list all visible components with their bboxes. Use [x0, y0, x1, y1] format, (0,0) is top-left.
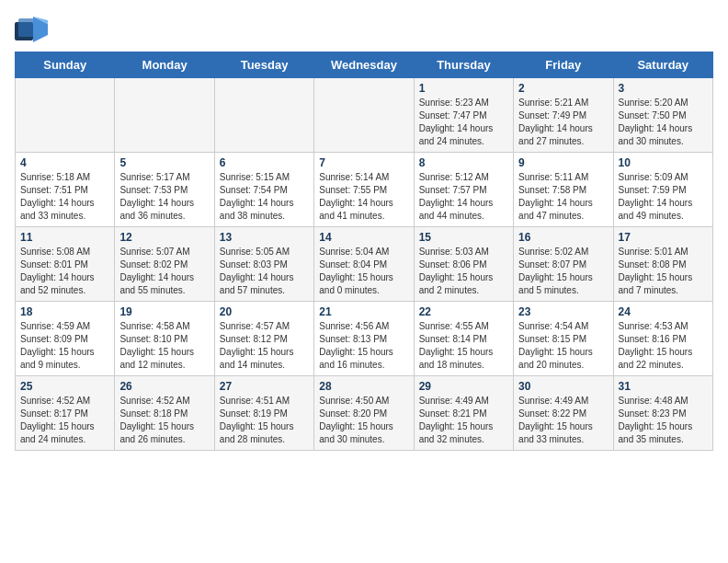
- calendar-cell: 12Sunrise: 5:07 AM Sunset: 8:02 PM Dayli…: [115, 227, 214, 302]
- col-header-monday: Monday: [115, 52, 214, 78]
- calendar-cell: 22Sunrise: 4:55 AM Sunset: 8:14 PM Dayli…: [414, 302, 513, 376]
- day-number: 14: [319, 231, 408, 244]
- day-number: 4: [20, 156, 109, 169]
- day-number: 28: [319, 380, 408, 393]
- calendar-week-row: 4Sunrise: 5:18 AM Sunset: 7:51 PM Daylig…: [16, 153, 713, 227]
- calendar-week-row: 25Sunrise: 4:52 AM Sunset: 8:17 PM Dayli…: [16, 376, 713, 451]
- day-number: 6: [220, 156, 309, 169]
- calendar-cell: 2Sunrise: 5:21 AM Sunset: 7:49 PM Daylig…: [514, 78, 613, 153]
- calendar-cell: 9Sunrise: 5:11 AM Sunset: 7:58 PM Daylig…: [514, 153, 613, 227]
- day-detail: Sunrise: 5:20 AM Sunset: 7:50 PM Dayligh…: [619, 97, 708, 148]
- calendar-cell: 21Sunrise: 4:56 AM Sunset: 8:13 PM Dayli…: [314, 302, 414, 376]
- day-number: 25: [20, 380, 109, 393]
- calendar-cell: 11Sunrise: 5:08 AM Sunset: 8:01 PM Dayli…: [16, 227, 115, 302]
- calendar-cell: 13Sunrise: 5:05 AM Sunset: 8:03 PM Dayli…: [214, 227, 313, 302]
- day-number: 16: [518, 231, 608, 244]
- day-detail: Sunrise: 4:54 AM Sunset: 8:15 PM Dayligh…: [518, 320, 608, 372]
- day-number: 22: [419, 305, 508, 318]
- day-detail: Sunrise: 4:48 AM Sunset: 8:23 PM Dayligh…: [619, 395, 708, 446]
- calendar-cell: 17Sunrise: 5:01 AM Sunset: 8:08 PM Dayli…: [613, 227, 712, 302]
- day-detail: Sunrise: 5:15 AM Sunset: 7:54 PM Dayligh…: [220, 171, 309, 223]
- calendar-cell: [214, 78, 313, 153]
- day-detail: Sunrise: 5:02 AM Sunset: 8:07 PM Dayligh…: [518, 246, 608, 297]
- day-number: 19: [119, 305, 209, 318]
- calendar-cell: 14Sunrise: 5:04 AM Sunset: 8:04 PM Dayli…: [314, 227, 414, 302]
- day-detail: Sunrise: 4:59 AM Sunset: 8:09 PM Dayligh…: [20, 320, 109, 372]
- logo-icon: [15, 15, 50, 44]
- col-header-tuesday: Tuesday: [214, 52, 313, 78]
- day-number: 20: [220, 305, 309, 318]
- day-detail: Sunrise: 5:08 AM Sunset: 8:01 PM Dayligh…: [20, 246, 109, 297]
- day-detail: Sunrise: 4:49 AM Sunset: 8:21 PM Dayligh…: [419, 395, 508, 446]
- day-number: 13: [220, 231, 309, 244]
- calendar-header-row: SundayMondayTuesdayWednesdayThursdayFrid…: [16, 52, 713, 78]
- day-number: 10: [619, 156, 708, 169]
- calendar-cell: 31Sunrise: 4:48 AM Sunset: 8:23 PM Dayli…: [613, 376, 712, 451]
- day-detail: Sunrise: 4:58 AM Sunset: 8:10 PM Dayligh…: [119, 320, 209, 372]
- col-header-sunday: Sunday: [16, 52, 115, 78]
- day-number: 29: [419, 380, 508, 393]
- calendar-cell: [314, 78, 414, 153]
- calendar-cell: 20Sunrise: 4:57 AM Sunset: 8:12 PM Dayli…: [214, 302, 313, 376]
- calendar-cell: 28Sunrise: 4:50 AM Sunset: 8:20 PM Dayli…: [314, 376, 414, 451]
- col-header-wednesday: Wednesday: [314, 52, 414, 78]
- day-detail: Sunrise: 5:12 AM Sunset: 7:57 PM Dayligh…: [419, 171, 508, 223]
- day-number: 30: [518, 380, 608, 393]
- day-number: 18: [20, 305, 109, 318]
- day-number: 17: [619, 231, 708, 244]
- calendar-cell: 24Sunrise: 4:53 AM Sunset: 8:16 PM Dayli…: [613, 302, 712, 376]
- day-detail: Sunrise: 4:50 AM Sunset: 8:20 PM Dayligh…: [319, 395, 408, 446]
- day-number: 24: [619, 305, 708, 318]
- day-detail: Sunrise: 5:09 AM Sunset: 7:59 PM Dayligh…: [619, 171, 708, 223]
- day-detail: Sunrise: 5:17 AM Sunset: 7:53 PM Dayligh…: [119, 171, 209, 223]
- calendar-cell: 5Sunrise: 5:17 AM Sunset: 7:53 PM Daylig…: [115, 153, 214, 227]
- logo: [15, 15, 53, 44]
- calendar-cell: 10Sunrise: 5:09 AM Sunset: 7:59 PM Dayli…: [613, 153, 712, 227]
- day-detail: Sunrise: 4:52 AM Sunset: 8:18 PM Dayligh…: [119, 395, 209, 446]
- day-number: 8: [419, 156, 508, 169]
- day-number: 1: [419, 82, 508, 95]
- day-number: 21: [319, 305, 408, 318]
- calendar-cell: 27Sunrise: 4:51 AM Sunset: 8:19 PM Dayli…: [214, 376, 313, 451]
- calendar-cell: 19Sunrise: 4:58 AM Sunset: 8:10 PM Dayli…: [115, 302, 214, 376]
- day-detail: Sunrise: 5:14 AM Sunset: 7:55 PM Dayligh…: [319, 171, 408, 223]
- day-detail: Sunrise: 5:11 AM Sunset: 7:58 PM Dayligh…: [518, 171, 608, 223]
- calendar-week-row: 1Sunrise: 5:23 AM Sunset: 7:47 PM Daylig…: [16, 78, 713, 153]
- calendar-cell: [115, 78, 214, 153]
- calendar-cell: 4Sunrise: 5:18 AM Sunset: 7:51 PM Daylig…: [16, 153, 115, 227]
- day-detail: Sunrise: 4:51 AM Sunset: 8:19 PM Dayligh…: [220, 395, 309, 446]
- day-number: 31: [619, 380, 708, 393]
- day-number: 5: [119, 156, 209, 169]
- day-number: 26: [119, 380, 209, 393]
- day-number: 7: [319, 156, 408, 169]
- day-number: 3: [619, 82, 708, 95]
- day-detail: Sunrise: 4:52 AM Sunset: 8:17 PM Dayligh…: [20, 395, 109, 446]
- calendar-cell: 7Sunrise: 5:14 AM Sunset: 7:55 PM Daylig…: [314, 153, 414, 227]
- day-detail: Sunrise: 5:23 AM Sunset: 7:47 PM Dayligh…: [419, 97, 508, 148]
- calendar-cell: [16, 78, 115, 153]
- day-detail: Sunrise: 4:49 AM Sunset: 8:22 PM Dayligh…: [518, 395, 608, 446]
- day-number: 9: [518, 156, 608, 169]
- day-detail: Sunrise: 4:56 AM Sunset: 8:13 PM Dayligh…: [319, 320, 408, 372]
- day-number: 23: [518, 305, 608, 318]
- day-detail: Sunrise: 5:21 AM Sunset: 7:49 PM Dayligh…: [518, 97, 608, 148]
- calendar-cell: 15Sunrise: 5:03 AM Sunset: 8:06 PM Dayli…: [414, 227, 513, 302]
- day-detail: Sunrise: 5:04 AM Sunset: 8:04 PM Dayligh…: [319, 246, 408, 297]
- calendar-cell: 29Sunrise: 4:49 AM Sunset: 8:21 PM Dayli…: [414, 376, 513, 451]
- day-detail: Sunrise: 4:55 AM Sunset: 8:14 PM Dayligh…: [419, 320, 508, 372]
- day-detail: Sunrise: 5:01 AM Sunset: 8:08 PM Dayligh…: [619, 246, 708, 297]
- day-detail: Sunrise: 4:57 AM Sunset: 8:12 PM Dayligh…: [220, 320, 309, 372]
- calendar-table: SundayMondayTuesdayWednesdayThursdayFrid…: [15, 52, 713, 451]
- page-header: [15, 15, 713, 44]
- day-detail: Sunrise: 5:03 AM Sunset: 8:06 PM Dayligh…: [419, 246, 508, 297]
- calendar-week-row: 11Sunrise: 5:08 AM Sunset: 8:01 PM Dayli…: [16, 227, 713, 302]
- day-detail: Sunrise: 5:07 AM Sunset: 8:02 PM Dayligh…: [119, 246, 209, 297]
- calendar-cell: 23Sunrise: 4:54 AM Sunset: 8:15 PM Dayli…: [514, 302, 613, 376]
- calendar-week-row: 18Sunrise: 4:59 AM Sunset: 8:09 PM Dayli…: [16, 302, 713, 376]
- col-header-saturday: Saturday: [613, 52, 712, 78]
- calendar-cell: 25Sunrise: 4:52 AM Sunset: 8:17 PM Dayli…: [16, 376, 115, 451]
- col-header-friday: Friday: [514, 52, 613, 78]
- calendar-cell: 26Sunrise: 4:52 AM Sunset: 8:18 PM Dayli…: [115, 376, 214, 451]
- calendar-cell: 3Sunrise: 5:20 AM Sunset: 7:50 PM Daylig…: [613, 78, 712, 153]
- day-number: 27: [220, 380, 309, 393]
